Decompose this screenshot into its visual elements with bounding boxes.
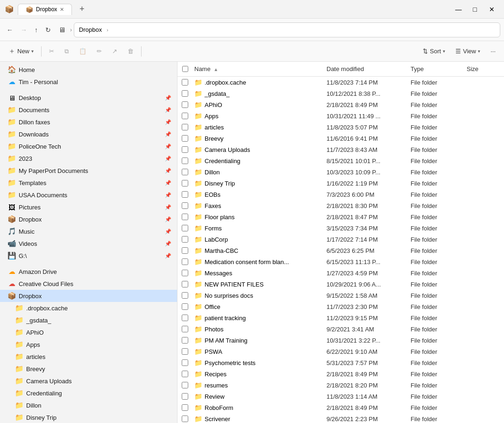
sidebar-item-dc-camera-uploads[interactable]: 📁 Camera Uploads	[0, 375, 177, 387]
table-row[interactable]: 📁 Psychometric tests 5/31/2023 7:57 PM F…	[177, 357, 504, 368]
table-row[interactable]: 📁 APhiO 2/18/2021 8:49 PM File folder	[177, 99, 504, 110]
row-checkbox[interactable]	[182, 371, 188, 377]
row-checkbox[interactable]	[182, 292, 188, 299]
table-row[interactable]: 📁 Medication consent form blan... 6/15/2…	[177, 256, 504, 267]
view-button[interactable]: ☰ View ▾	[451, 45, 485, 57]
table-row[interactable]: 📁 Photos 9/2/2021 3:41 AM File folder	[177, 323, 504, 335]
sidebar-item-dillon-faxes[interactable]: 📁 Dillon faxes 📌	[0, 116, 177, 128]
table-row[interactable]: 📁 patient tracking 11/2/2023 9:15 PM Fil…	[177, 312, 504, 323]
row-checkbox[interactable]	[182, 416, 188, 422]
sidebar-item-templates[interactable]: 📁 Templates 📌	[0, 177, 177, 189]
row-checkbox[interactable]	[182, 146, 188, 153]
window-minimize-button[interactable]: —	[452, 4, 466, 15]
row-checkbox[interactable]	[182, 326, 188, 332]
sidebar-item-dc-credentialing[interactable]: 📁 Credentialing	[0, 387, 177, 399]
new-button[interactable]: ＋ New ▾	[4, 44, 38, 58]
sort-button[interactable]: ⇅ Sort ▾	[418, 45, 450, 57]
sidebar-item-dc-dropbox-cache[interactable]: 📁 .dropbox.cache	[0, 302, 177, 314]
row-checkbox[interactable]	[182, 404, 188, 411]
table-row[interactable]: 📁 NEW PATIENT FILES 10/29/2021 9:06 A...…	[177, 279, 504, 290]
table-row[interactable]: 📁 Forms 3/15/2023 7:34 PM File folder	[177, 222, 504, 234]
sidebar-item-downloads[interactable]: 📁 Downloads 📌	[0, 128, 177, 140]
sidebar-item-tim-personal[interactable]: ☁ Tim - Personal	[0, 76, 177, 88]
row-checkbox[interactable]	[182, 135, 188, 142]
back-button[interactable]: ←	[4, 24, 16, 36]
up-button[interactable]: ↑	[32, 24, 41, 36]
table-row[interactable]: 📁 Office 11/7/2023 2:30 PM File folder	[177, 301, 504, 312]
sidebar-item-dc-aphio[interactable]: 📁 APhiO	[0, 326, 177, 338]
sidebar-item-dc-gsdata[interactable]: 📁 _gsdata_	[0, 314, 177, 326]
row-checkbox[interactable]	[182, 202, 188, 209]
table-row[interactable]: 📁 PSWA 6/22/2021 9:10 AM File folder	[177, 346, 504, 357]
column-header-type[interactable]: Type	[411, 65, 467, 72]
table-row[interactable]: 📁 Martha-CBC 6/5/2023 6:25 PM File folde…	[177, 245, 504, 256]
header-checkbox[interactable]	[177, 66, 192, 72]
select-all-checkbox[interactable]	[182, 66, 188, 72]
table-row[interactable]: 📁 Review 11/8/2023 1:14 AM File folder	[177, 391, 504, 402]
sidebar-item-documents[interactable]: 📁 Documents 📌	[0, 104, 177, 116]
new-tab-button[interactable]: +	[76, 3, 88, 15]
sidebar-item-music[interactable]: 🎵 Music 📌	[0, 225, 177, 237]
row-checkbox[interactable]	[182, 281, 188, 287]
row-checkbox[interactable]	[182, 247, 188, 254]
table-row[interactable]: 📁 Credentialing 8/15/2021 10:01 P... Fil…	[177, 155, 504, 166]
row-checkbox[interactable]	[182, 79, 188, 86]
row-checkbox[interactable]	[182, 270, 188, 276]
delete-button[interactable]: 🗑	[123, 45, 138, 57]
window-close-button[interactable]: ✕	[484, 4, 499, 15]
row-checkbox[interactable]	[182, 236, 188, 243]
table-row[interactable]: 📁 No surprises docs 9/15/2022 1:58 AM Fi…	[177, 290, 504, 301]
sidebar-item-policeone[interactable]: 📁 PoliceOne Tech 📌	[0, 140, 177, 152]
table-row[interactable]: 📁 PM AM Training 10/31/2021 3:22 P... Fi…	[177, 335, 504, 346]
row-checkbox[interactable]	[182, 113, 188, 119]
sidebar-item-dc-articles[interactable]: 📁 articles	[0, 351, 177, 363]
table-row[interactable]: 📁 Apps 10/31/2021 11:49 ... File folder	[177, 110, 504, 122]
address-input[interactable]: Dropbox ›	[74, 22, 500, 37]
row-checkbox[interactable]	[182, 124, 188, 130]
sidebar-item-usaa[interactable]: 📁 USAA Documents 📌	[0, 189, 177, 201]
table-row[interactable]: 📁 Faxes 2/18/2021 8:30 PM File folder	[177, 200, 504, 211]
table-row[interactable]: 📁 LabCorp 1/17/2022 7:14 PM File folder	[177, 234, 504, 245]
sidebar-item-creative-cloud[interactable]: ☁ Creative Cloud Files	[0, 278, 177, 290]
sidebar-item-dc-disney-trip[interactable]: 📁 Disney Trip	[0, 411, 177, 423]
column-header-size[interactable]: Size	[467, 65, 504, 72]
row-checkbox[interactable]	[182, 90, 188, 97]
tab-close-button[interactable]: ✕	[60, 7, 64, 13]
table-row[interactable]: 📁 resumes 2/18/2021 8:20 PM File folder	[177, 380, 504, 391]
table-row[interactable]: 📁 Recipes 2/18/2021 8:49 PM File folder	[177, 368, 504, 380]
refresh-button[interactable]: ↻	[43, 24, 54, 36]
row-checkbox[interactable]	[182, 337, 188, 344]
row-checkbox[interactable]	[182, 382, 188, 388]
sidebar-item-dc-apps[interactable]: 📁 Apps	[0, 338, 177, 351]
table-row[interactable]: 📁 articles 11/8/2023 5:07 PM File folder	[177, 122, 504, 133]
more-button[interactable]: ···	[486, 45, 500, 57]
row-checkbox[interactable]	[182, 180, 188, 186]
column-header-name[interactable]: Name ▲	[192, 65, 327, 72]
row-checkbox[interactable]	[182, 348, 188, 355]
table-row[interactable]: 📁 Scrivener 9/26/2021 2:23 PM File folde…	[177, 413, 504, 423]
row-checkbox[interactable]	[182, 225, 188, 231]
sidebar-item-desktop[interactable]: 🖥 Desktop 📌	[0, 92, 177, 104]
share-button[interactable]: ↗	[107, 45, 122, 57]
paste-button[interactable]: 📋	[74, 45, 91, 57]
row-checkbox[interactable]	[182, 191, 188, 198]
copy-button[interactable]: ⧉	[60, 45, 73, 57]
sidebar-item-dropbox-active[interactable]: 📦 Dropbox	[0, 290, 177, 302]
row-checkbox[interactable]	[182, 359, 188, 366]
row-checkbox[interactable]	[182, 214, 188, 220]
table-row[interactable]: 📁 Breevy 11/6/2016 9:41 PM File folder	[177, 133, 504, 144]
table-row[interactable]: 📁 Disney Trip 1/16/2022 1:19 PM File fol…	[177, 178, 504, 189]
row-checkbox[interactable]	[182, 393, 188, 400]
sidebar-item-dc-dillon[interactable]: 📁 Dillon	[0, 399, 177, 411]
window-maximize-button[interactable]: □	[469, 4, 481, 15]
sidebar-item-home[interactable]: 🏠 Home	[0, 64, 177, 76]
row-checkbox[interactable]	[182, 158, 188, 164]
row-checkbox[interactable]	[182, 315, 188, 321]
sidebar-item-dropbox-nav[interactable]: 📦 Dropbox 📌	[0, 213, 177, 225]
sidebar-item-amazon-drive[interactable]: ☁ Amazon Drive	[0, 265, 177, 278]
sidebar-item-videos[interactable]: 📹 Videos 📌	[0, 237, 177, 250]
table-row[interactable]: 📁 RoboForm 2/18/2021 8:49 PM File folder	[177, 402, 504, 413]
table-row[interactable]: 📁 Messages 1/27/2023 4:59 PM File folder	[177, 267, 504, 279]
browser-tab[interactable]: 📦 Dropbox ✕	[18, 4, 72, 15]
sidebar-item-paperport[interactable]: 📁 My PaperPort Documents 📌	[0, 165, 177, 177]
